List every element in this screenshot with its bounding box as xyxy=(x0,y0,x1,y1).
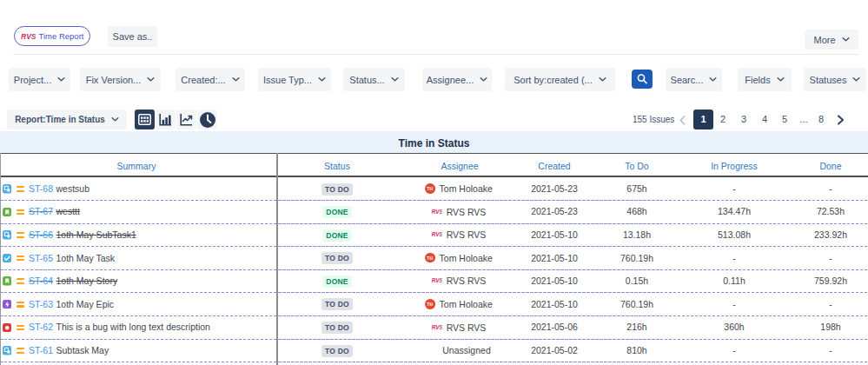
svg-text:RVS: RVS xyxy=(432,231,442,237)
svg-text:RVS: RVS xyxy=(432,209,442,215)
svg-text:RVS: RVS xyxy=(21,32,36,41)
svg-text:RVS: RVS xyxy=(432,278,442,284)
svg-text:RVS: RVS xyxy=(432,324,442,330)
